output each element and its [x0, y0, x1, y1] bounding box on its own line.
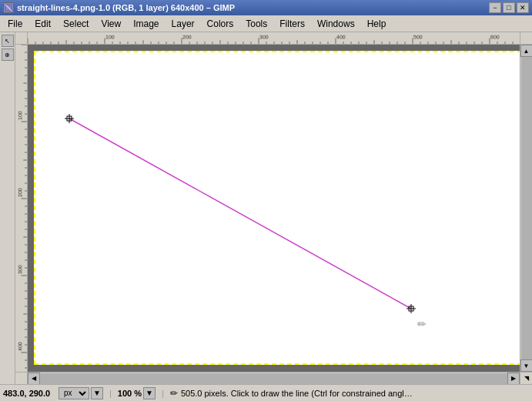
zoom-value: 100 %: [118, 389, 142, 398]
tool-move[interactable]: ↖: [2, 35, 14, 47]
svg-line-2: [69, 119, 411, 309]
pencil-icon: ✏: [170, 388, 178, 399]
scroll-right-button[interactable]: ▶: [507, 373, 520, 385]
coordinate-value: 483.0, 290.0: [3, 389, 57, 398]
window-controls: − □ ✕: [489, 2, 529, 13]
menu-item-filters[interactable]: Filters: [273, 17, 311, 31]
nav-corner-button[interactable]: ◥: [520, 372, 532, 384]
zoom-dropdown-arrow[interactable]: ▼: [143, 387, 156, 399]
menu-item-colors[interactable]: Colors: [201, 17, 240, 31]
scroll-track-horizontal[interactable]: [40, 373, 507, 384]
menu-item-image[interactable]: Image: [127, 17, 165, 31]
scroll-left-button[interactable]: ◀: [28, 373, 40, 385]
menu-item-select[interactable]: Select: [57, 17, 95, 31]
menu-item-windows[interactable]: Windows: [311, 17, 361, 31]
bottom-scrollbar-row: ◀ ▶ ◥: [15, 372, 532, 384]
bottom-left-corner: [15, 372, 28, 384]
menu-bar: FileEditSelectViewImageLayerColorsToolsF…: [0, 15, 532, 32]
top-ruler-row: [15, 32, 532, 45]
unit-dropdown-arrow[interactable]: ▼: [91, 387, 103, 399]
tool-zoom[interactable]: ⊕: [2, 48, 14, 61]
scroll-track-vertical[interactable]: [521, 57, 532, 359]
title-bar: straight-lines-4.png-1.0 (RGB, 1 layer) …: [0, 0, 532, 15]
toolbox: ↖ ⊕: [0, 32, 15, 384]
app-icon: [3, 2, 14, 13]
menu-item-help[interactable]: Help: [361, 17, 393, 31]
title-bar-left: straight-lines-4.png-1.0 (RGB, 1 layer) …: [3, 2, 235, 13]
menu-item-layer[interactable]: Layer: [166, 17, 201, 31]
drawing-surface: ✏: [34, 51, 520, 365]
svg-text:✏: ✏: [417, 318, 427, 330]
menu-item-edit[interactable]: Edit: [28, 17, 57, 31]
scroll-down-button[interactable]: ▼: [520, 359, 533, 372]
window-title: straight-lines-4.png-1.0 (RGB, 1 layer) …: [17, 3, 235, 12]
left-ruler: [15, 45, 28, 372]
image-canvas[interactable]: ✏: [34, 51, 520, 365]
top-ruler: [28, 32, 520, 45]
right-scrollbar: ▲ ▼: [520, 45, 532, 372]
zoom-display: 100 % ▼: [118, 387, 156, 399]
bottom-scrollbar: ◀ ▶: [28, 372, 520, 384]
top-ruler-end: [520, 32, 532, 45]
status-message: 505.0 pixels. Click to draw the line (Ct…: [181, 389, 529, 398]
middle-row: ✏ ▲ ▼: [15, 45, 532, 372]
coordinates-display: 483.0, 290.0 px in cm ▼: [3, 387, 103, 399]
menu-item-tools[interactable]: Tools: [239, 17, 273, 31]
unit-selector[interactable]: px in cm: [59, 387, 89, 399]
menu-item-file[interactable]: File: [2, 17, 28, 31]
canvas-viewport[interactable]: ✏: [28, 45, 520, 372]
main-container: ↖ ⊕: [0, 32, 532, 384]
menu-item-view[interactable]: View: [95, 17, 127, 31]
ruler-corner: [15, 32, 28, 45]
minimize-button[interactable]: −: [489, 2, 501, 13]
maximize-button[interactable]: □: [503, 2, 515, 13]
canvas-with-rulers: ✏ ▲ ▼ ◀: [15, 32, 532, 384]
close-button[interactable]: ✕: [517, 2, 529, 13]
canvas-area: ↖ ⊕: [0, 32, 532, 384]
status-bar: 483.0, 290.0 px in cm ▼ | 100 % ▼ | ✏ 50…: [0, 384, 532, 401]
scroll-up-button[interactable]: ▲: [520, 45, 533, 57]
start-point: [65, 114, 74, 123]
